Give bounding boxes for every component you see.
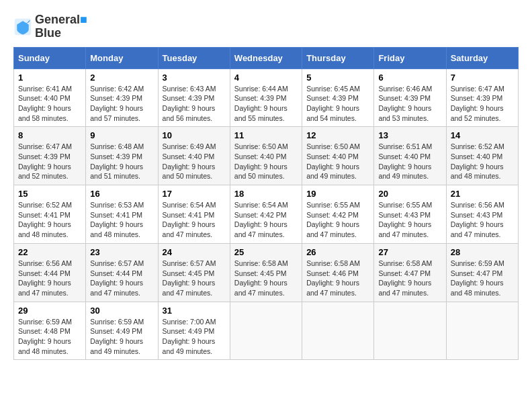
day-number: 10 <box>163 130 226 140</box>
day-info: Sunrise: 6:57 AM Sunset: 4:44 PM Dayligh… <box>90 259 153 298</box>
calendar-week-2: 8 Sunrise: 6:47 AM Sunset: 4:39 PM Dayli… <box>14 127 519 185</box>
day-info: Sunrise: 6:47 AM Sunset: 4:39 PM Dayligh… <box>18 142 81 181</box>
day-number: 23 <box>90 247 153 257</box>
calendar-cell <box>230 302 302 360</box>
calendar-cell: 8 Sunrise: 6:47 AM Sunset: 4:39 PM Dayli… <box>14 127 86 185</box>
calendar-cell: 21 Sunrise: 6:56 AM Sunset: 4:43 PM Dayl… <box>446 185 518 244</box>
day-info: Sunrise: 6:56 AM Sunset: 4:43 PM Dayligh… <box>451 200 514 240</box>
day-info: Sunrise: 6:59 AM Sunset: 4:47 PM Dayligh… <box>451 259 514 298</box>
calendar-cell: 1 Sunrise: 6:41 AM Sunset: 4:40 PM Dayli… <box>14 68 86 127</box>
calendar-cell: 2 Sunrise: 6:42 AM Sunset: 4:39 PM Dayli… <box>86 68 158 127</box>
day-number: 7 <box>451 73 514 83</box>
calendar-cell: 27 Sunrise: 6:58 AM Sunset: 4:47 PM Dayl… <box>374 243 446 302</box>
calendar-table: SundayMondayTuesdayWednesdayThursdayFrid… <box>13 47 519 361</box>
day-number: 1 <box>18 73 81 83</box>
day-info: Sunrise: 6:43 AM Sunset: 4:39 PM Dayligh… <box>163 84 226 124</box>
day-info: Sunrise: 6:54 AM Sunset: 4:42 PM Dayligh… <box>234 200 298 240</box>
calendar-cell <box>374 302 446 360</box>
calendar-cell <box>446 302 518 360</box>
day-number: 16 <box>90 189 153 199</box>
calendar-cell: 28 Sunrise: 6:59 AM Sunset: 4:47 PM Dayl… <box>446 243 518 302</box>
page-header: General■ Blue <box>13 13 519 40</box>
logo: General■ Blue <box>13 13 87 40</box>
day-number: 4 <box>234 73 298 83</box>
calendar-cell: 17 Sunrise: 6:54 AM Sunset: 4:41 PM Dayl… <box>158 185 230 244</box>
day-number: 29 <box>18 306 81 316</box>
day-info: Sunrise: 7:00 AM Sunset: 4:49 PM Dayligh… <box>163 317 226 357</box>
calendar-cell: 5 Sunrise: 6:45 AM Sunset: 4:39 PM Dayli… <box>302 68 374 127</box>
calendar-header-row: SundayMondayTuesdayWednesdayThursdayFrid… <box>14 47 519 68</box>
calendar-cell: 4 Sunrise: 6:44 AM Sunset: 4:39 PM Dayli… <box>230 68 302 127</box>
calendar-header-thursday: Thursday <box>302 47 374 68</box>
calendar-cell: 14 Sunrise: 6:52 AM Sunset: 4:40 PM Dayl… <box>446 127 518 185</box>
calendar-week-3: 15 Sunrise: 6:52 AM Sunset: 4:41 PM Dayl… <box>14 185 519 244</box>
calendar-week-1: 1 Sunrise: 6:41 AM Sunset: 4:40 PM Dayli… <box>14 68 519 127</box>
day-number: 11 <box>234 130 298 140</box>
calendar-cell: 16 Sunrise: 6:53 AM Sunset: 4:41 PM Dayl… <box>86 185 158 244</box>
calendar-cell: 15 Sunrise: 6:52 AM Sunset: 4:41 PM Dayl… <box>14 185 86 244</box>
day-info: Sunrise: 6:52 AM Sunset: 4:40 PM Dayligh… <box>451 142 514 181</box>
day-number: 25 <box>234 247 298 257</box>
calendar-cell: 25 Sunrise: 6:58 AM Sunset: 4:45 PM Dayl… <box>230 243 302 302</box>
day-number: 26 <box>306 247 369 257</box>
calendar-header-wednesday: Wednesday <box>230 47 302 68</box>
day-number: 20 <box>378 189 441 199</box>
day-info: Sunrise: 6:52 AM Sunset: 4:41 PM Dayligh… <box>18 200 81 240</box>
calendar-cell: 30 Sunrise: 6:59 AM Sunset: 4:49 PM Dayl… <box>86 302 158 360</box>
day-number: 27 <box>378 247 441 257</box>
day-info: Sunrise: 6:58 AM Sunset: 4:47 PM Dayligh… <box>378 259 441 298</box>
day-number: 8 <box>18 130 81 140</box>
calendar-cell: 29 Sunrise: 6:59 AM Sunset: 4:48 PM Dayl… <box>14 302 86 360</box>
day-info: Sunrise: 6:42 AM Sunset: 4:39 PM Dayligh… <box>90 84 153 124</box>
day-number: 12 <box>306 130 369 140</box>
day-number: 31 <box>163 306 226 316</box>
day-number: 24 <box>163 247 226 257</box>
day-info: Sunrise: 6:55 AM Sunset: 4:43 PM Dayligh… <box>378 200 441 240</box>
day-info: Sunrise: 6:49 AM Sunset: 4:40 PM Dayligh… <box>163 142 226 181</box>
calendar-cell: 11 Sunrise: 6:50 AM Sunset: 4:40 PM Dayl… <box>230 127 302 185</box>
calendar-body: 1 Sunrise: 6:41 AM Sunset: 4:40 PM Dayli… <box>14 68 519 360</box>
day-number: 21 <box>451 189 514 199</box>
logo-text: General■ Blue <box>35 13 87 40</box>
calendar-cell: 6 Sunrise: 6:46 AM Sunset: 4:39 PM Dayli… <box>374 68 446 127</box>
day-info: Sunrise: 6:57 AM Sunset: 4:45 PM Dayligh… <box>163 259 226 298</box>
day-info: Sunrise: 6:46 AM Sunset: 4:39 PM Dayligh… <box>378 84 441 124</box>
calendar-cell: 13 Sunrise: 6:51 AM Sunset: 4:40 PM Dayl… <box>374 127 446 185</box>
day-number: 5 <box>306 73 369 83</box>
calendar-header-friday: Friday <box>374 47 446 68</box>
day-info: Sunrise: 6:47 AM Sunset: 4:39 PM Dayligh… <box>451 84 514 124</box>
calendar-cell: 3 Sunrise: 6:43 AM Sunset: 4:39 PM Dayli… <box>158 68 230 127</box>
calendar-cell: 9 Sunrise: 6:48 AM Sunset: 4:39 PM Dayli… <box>86 127 158 185</box>
day-info: Sunrise: 6:55 AM Sunset: 4:42 PM Dayligh… <box>306 200 369 240</box>
day-number: 18 <box>234 189 298 199</box>
day-number: 30 <box>90 306 153 316</box>
day-number: 17 <box>163 189 226 199</box>
day-info: Sunrise: 6:58 AM Sunset: 4:45 PM Dayligh… <box>234 259 298 298</box>
calendar-cell: 31 Sunrise: 7:00 AM Sunset: 4:49 PM Dayl… <box>158 302 230 360</box>
day-info: Sunrise: 6:59 AM Sunset: 4:48 PM Dayligh… <box>18 317 81 357</box>
calendar-cell: 18 Sunrise: 6:54 AM Sunset: 4:42 PM Dayl… <box>230 185 302 244</box>
day-info: Sunrise: 6:54 AM Sunset: 4:41 PM Dayligh… <box>163 200 226 240</box>
calendar-cell <box>302 302 374 360</box>
calendar-week-4: 22 Sunrise: 6:56 AM Sunset: 4:44 PM Dayl… <box>14 243 519 302</box>
day-info: Sunrise: 6:56 AM Sunset: 4:44 PM Dayligh… <box>18 259 81 298</box>
day-number: 13 <box>378 130 441 140</box>
day-info: Sunrise: 6:45 AM Sunset: 4:39 PM Dayligh… <box>306 84 369 124</box>
calendar-header-sunday: Sunday <box>14 47 86 68</box>
calendar-week-5: 29 Sunrise: 6:59 AM Sunset: 4:48 PM Dayl… <box>14 302 519 360</box>
calendar-header-tuesday: Tuesday <box>158 47 230 68</box>
calendar-cell: 20 Sunrise: 6:55 AM Sunset: 4:43 PM Dayl… <box>374 185 446 244</box>
calendar-cell: 10 Sunrise: 6:49 AM Sunset: 4:40 PM Dayl… <box>158 127 230 185</box>
day-number: 6 <box>378 73 441 83</box>
calendar-cell: 26 Sunrise: 6:58 AM Sunset: 4:46 PM Dayl… <box>302 243 374 302</box>
day-info: Sunrise: 6:59 AM Sunset: 4:49 PM Dayligh… <box>90 317 153 357</box>
calendar-cell: 23 Sunrise: 6:57 AM Sunset: 4:44 PM Dayl… <box>86 243 158 302</box>
day-info: Sunrise: 6:41 AM Sunset: 4:40 PM Dayligh… <box>18 84 81 124</box>
day-info: Sunrise: 6:58 AM Sunset: 4:46 PM Dayligh… <box>306 259 369 298</box>
day-info: Sunrise: 6:48 AM Sunset: 4:39 PM Dayligh… <box>90 142 153 181</box>
day-number: 14 <box>451 130 514 140</box>
day-info: Sunrise: 6:44 AM Sunset: 4:39 PM Dayligh… <box>234 84 298 124</box>
day-info: Sunrise: 6:51 AM Sunset: 4:40 PM Dayligh… <box>378 142 441 181</box>
day-number: 28 <box>451 247 514 257</box>
calendar-cell: 22 Sunrise: 6:56 AM Sunset: 4:44 PM Dayl… <box>14 243 86 302</box>
